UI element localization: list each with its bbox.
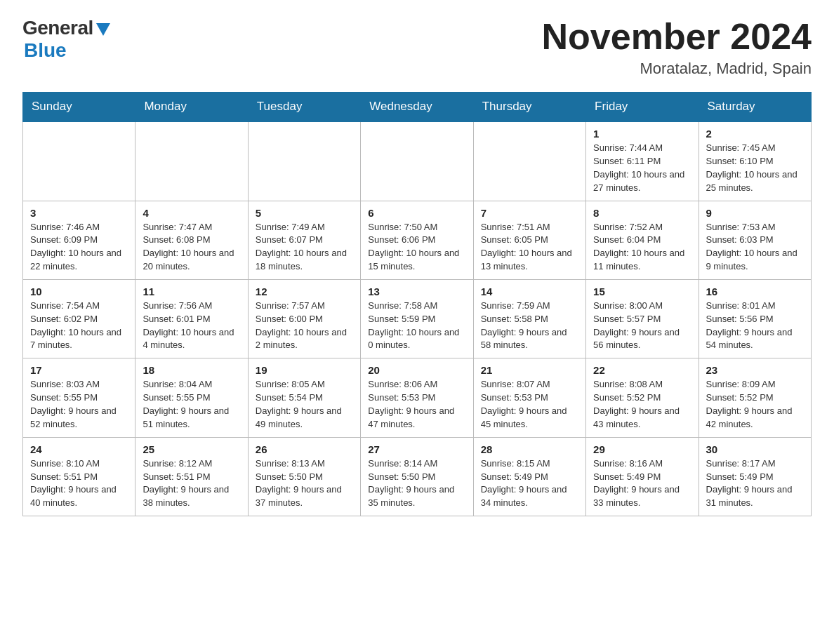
day-info: Sunrise: 7:58 AMSunset: 5:59 PMDaylight:… <box>368 300 465 352</box>
day-number: 12 <box>256 286 353 297</box>
day-number: 14 <box>481 286 578 297</box>
day-info: Sunrise: 7:59 AMSunset: 5:58 PMDaylight:… <box>481 300 578 352</box>
day-info: Sunrise: 8:14 AMSunset: 5:50 PMDaylight:… <box>368 457 465 510</box>
calendar-cell: 8Sunrise: 7:52 AMSunset: 6:04 PMDaylight… <box>586 201 699 279</box>
calendar-cell <box>248 121 360 201</box>
calendar-cell: 5Sunrise: 7:49 AMSunset: 6:07 PMDaylight… <box>248 201 360 279</box>
day-number: 13 <box>368 286 465 297</box>
day-number: 15 <box>593 286 691 297</box>
day-info: Sunrise: 8:03 AMSunset: 5:55 PMDaylight:… <box>30 378 128 431</box>
day-header-tuesday: Tuesday <box>248 93 360 122</box>
day-info: Sunrise: 8:15 AMSunset: 5:49 PMDaylight:… <box>481 457 578 510</box>
day-number: 3 <box>30 207 128 219</box>
calendar-cell: 1Sunrise: 7:44 AMSunset: 6:11 PMDaylight… <box>586 121 699 201</box>
day-info: Sunrise: 8:04 AMSunset: 5:55 PMDaylight:… <box>143 378 240 431</box>
day-number: 2 <box>706 128 804 140</box>
day-info: Sunrise: 7:49 AMSunset: 6:07 PMDaylight:… <box>256 221 353 274</box>
day-info: Sunrise: 7:51 AMSunset: 6:05 PMDaylight:… <box>481 221 578 274</box>
day-info: Sunrise: 8:17 AMSunset: 5:49 PMDaylight:… <box>706 457 804 510</box>
calendar-cell <box>361 121 473 201</box>
calendar-cell: 19Sunrise: 8:05 AMSunset: 5:54 PMDayligh… <box>248 358 360 437</box>
calendar-cell: 18Sunrise: 8:04 AMSunset: 5:55 PMDayligh… <box>135 358 248 437</box>
calendar-week-2: 3Sunrise: 7:46 AMSunset: 6:09 PMDaylight… <box>23 201 812 279</box>
day-number: 26 <box>256 443 353 455</box>
day-number: 27 <box>368 443 465 455</box>
day-number: 20 <box>368 364 465 376</box>
day-number: 4 <box>143 207 240 219</box>
calendar-cell: 23Sunrise: 8:09 AMSunset: 5:52 PMDayligh… <box>699 358 811 437</box>
day-number: 22 <box>593 364 691 376</box>
day-number: 19 <box>256 364 353 376</box>
day-header-saturday: Saturday <box>699 93 811 122</box>
day-header-wednesday: Wednesday <box>361 93 473 122</box>
day-info: Sunrise: 8:01 AMSunset: 5:56 PMDaylight:… <box>706 300 804 352</box>
calendar-header-row: SundayMondayTuesdayWednesdayThursdayFrid… <box>23 93 812 122</box>
calendar-cell: 27Sunrise: 8:14 AMSunset: 5:50 PMDayligh… <box>361 437 473 516</box>
calendar-week-5: 24Sunrise: 8:10 AMSunset: 5:51 PMDayligh… <box>23 437 812 516</box>
day-info: Sunrise: 7:54 AMSunset: 6:02 PMDaylight:… <box>30 300 128 352</box>
day-info: Sunrise: 8:05 AMSunset: 5:54 PMDaylight:… <box>256 378 353 431</box>
day-number: 9 <box>706 207 804 219</box>
calendar-cell: 29Sunrise: 8:16 AMSunset: 5:49 PMDayligh… <box>586 437 699 516</box>
day-info: Sunrise: 7:57 AMSunset: 6:00 PMDaylight:… <box>256 300 353 352</box>
day-number: 18 <box>143 364 240 376</box>
day-info: Sunrise: 8:09 AMSunset: 5:52 PMDaylight:… <box>706 378 804 431</box>
day-info: Sunrise: 8:08 AMSunset: 5:52 PMDaylight:… <box>593 378 691 431</box>
month-title: November 2024 <box>542 17 812 57</box>
logo: General Blue <box>22 17 110 62</box>
day-info: Sunrise: 8:10 AMSunset: 5:51 PMDaylight:… <box>30 457 128 510</box>
day-number: 6 <box>368 207 465 219</box>
day-number: 30 <box>706 443 804 455</box>
day-number: 5 <box>256 207 353 219</box>
logo-blue-text: Blue <box>24 39 67 62</box>
day-header-friday: Friday <box>586 93 699 122</box>
day-number: 17 <box>30 364 128 376</box>
calendar-cell: 2Sunrise: 7:45 AMSunset: 6:10 PMDaylight… <box>699 121 811 201</box>
calendar-cell: 13Sunrise: 7:58 AMSunset: 5:59 PMDayligh… <box>361 279 473 358</box>
title-section: November 2024 Moratalaz, Madrid, Spain <box>542 17 812 78</box>
calendar-cell: 16Sunrise: 8:01 AMSunset: 5:56 PMDayligh… <box>699 279 811 358</box>
logo-triangle-icon <box>96 23 110 36</box>
day-number: 21 <box>481 364 578 376</box>
day-info: Sunrise: 8:12 AMSunset: 5:51 PMDaylight:… <box>143 457 240 510</box>
calendar-cell: 30Sunrise: 8:17 AMSunset: 5:49 PMDayligh… <box>699 437 811 516</box>
calendar-cell <box>473 121 585 201</box>
day-info: Sunrise: 7:52 AMSunset: 6:04 PMDaylight:… <box>593 221 691 274</box>
day-info: Sunrise: 8:00 AMSunset: 5:57 PMDaylight:… <box>593 300 691 352</box>
day-header-monday: Monday <box>135 93 248 122</box>
day-info: Sunrise: 7:56 AMSunset: 6:01 PMDaylight:… <box>143 300 240 352</box>
calendar-cell: 20Sunrise: 8:06 AMSunset: 5:53 PMDayligh… <box>361 358 473 437</box>
logo-general-text: General <box>22 17 93 39</box>
day-info: Sunrise: 8:16 AMSunset: 5:49 PMDaylight:… <box>593 457 691 510</box>
calendar-cell: 17Sunrise: 8:03 AMSunset: 5:55 PMDayligh… <box>23 358 135 437</box>
day-number: 8 <box>593 207 691 219</box>
day-number: 16 <box>706 286 804 297</box>
day-info: Sunrise: 7:47 AMSunset: 6:08 PMDaylight:… <box>143 221 240 274</box>
calendar-week-3: 10Sunrise: 7:54 AMSunset: 6:02 PMDayligh… <box>23 279 812 358</box>
calendar-cell <box>23 121 135 201</box>
calendar-cell: 7Sunrise: 7:51 AMSunset: 6:05 PMDaylight… <box>473 201 585 279</box>
calendar-cell: 4Sunrise: 7:47 AMSunset: 6:08 PMDaylight… <box>135 201 248 279</box>
day-number: 7 <box>481 207 578 219</box>
calendar-cell <box>135 121 248 201</box>
day-info: Sunrise: 7:46 AMSunset: 6:09 PMDaylight:… <box>30 221 128 274</box>
calendar-cell: 3Sunrise: 7:46 AMSunset: 6:09 PMDaylight… <box>23 201 135 279</box>
day-number: 25 <box>143 443 240 455</box>
calendar-week-4: 17Sunrise: 8:03 AMSunset: 5:55 PMDayligh… <box>23 358 812 437</box>
day-info: Sunrise: 7:44 AMSunset: 6:11 PMDaylight:… <box>593 142 691 194</box>
day-header-thursday: Thursday <box>473 93 585 122</box>
calendar-cell: 12Sunrise: 7:57 AMSunset: 6:00 PMDayligh… <box>248 279 360 358</box>
calendar-cell: 15Sunrise: 8:00 AMSunset: 5:57 PMDayligh… <box>586 279 699 358</box>
page-header: General Blue November 2024 Moratalaz, Ma… <box>22 17 812 78</box>
day-number: 24 <box>30 443 128 455</box>
location-label: Moratalaz, Madrid, Spain <box>542 60 812 78</box>
day-info: Sunrise: 7:53 AMSunset: 6:03 PMDaylight:… <box>706 221 804 274</box>
calendar-cell: 24Sunrise: 8:10 AMSunset: 5:51 PMDayligh… <box>23 437 135 516</box>
calendar-cell: 26Sunrise: 8:13 AMSunset: 5:50 PMDayligh… <box>248 437 360 516</box>
calendar-cell: 21Sunrise: 8:07 AMSunset: 5:53 PMDayligh… <box>473 358 585 437</box>
day-info: Sunrise: 7:45 AMSunset: 6:10 PMDaylight:… <box>706 142 804 194</box>
day-info: Sunrise: 8:13 AMSunset: 5:50 PMDaylight:… <box>256 457 353 510</box>
day-number: 29 <box>593 443 691 455</box>
day-info: Sunrise: 7:50 AMSunset: 6:06 PMDaylight:… <box>368 221 465 274</box>
calendar-week-1: 1Sunrise: 7:44 AMSunset: 6:11 PMDaylight… <box>23 121 812 201</box>
